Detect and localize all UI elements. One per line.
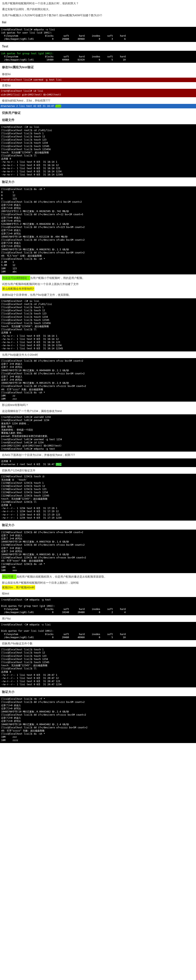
setup-1: 当用户lisi配额大小为20M可创建文件个数为6个,组test配额为40M可创建… <box>0 13 196 18</box>
heading-verify-size-3: 验证大小 <box>0 689 196 694</box>
heading-verify-group: 修改lisi属组为test验证 <box>0 65 196 70</box>
heading-create-file: 创建文件 <box>0 118 196 123</box>
terminal-lv01-ll: 总用量 0 drwxrwxrwx 2 root test 6 8月 31 16:… <box>0 458 196 467</box>
terminal-verify-size-1: [lisi@localhost lisi]$ du -sh * 0 1 0 12… <box>0 186 196 274</box>
question-2: 试想当用户配额和组配额同时在一个目录上面执行并创建了文件那么组配额会有所影响吗? <box>0 282 196 291</box>
conclusion-2: 所以可得：虽然用户配额比组配额权限大，但是用户配额的量还是从组配额里面获取。 <box>0 574 196 579</box>
heading-verify-size-2: 验证大小 <box>0 523 196 528</box>
question-4: 那么假设当用户配额和组配额同时在一个目录上面执行，这时组配额20m，用户配额40… <box>0 580 196 590</box>
terminal-perm-line: drwxrwxrwx 2 lisi test 42 8月 31 16:47 li… <box>0 104 196 108</box>
terminal-20m: [lisi@localhost lisi]$ dd if=/dev/zero o… <box>0 358 196 402</box>
label-lisi: lisi <box>0 20 196 25</box>
label-20m: 当用户lisi创建文件大小20m时 <box>0 352 196 357</box>
label-user-lisi: 用户lisi <box>0 616 196 621</box>
terminal-user-lisi-q: [root@localhost ~]# edquota -u lisi Disk… <box>0 622 196 640</box>
label-view-lisi: 查看lisi <box>0 83 196 88</box>
terminal-test-quota: isk quotas for group test (gid 1001): is… <box>0 51 196 63</box>
label-lv01: 在/lv01下面再创一个目录为1234，并修改组为test，权限777 <box>0 452 196 457</box>
terminal-example-1: [root@localhost ~]# su lisi [lisi@localh… <box>0 298 196 352</box>
label-test: Test <box>0 44 196 49</box>
terminal-lisi-size-2: [lisi@localhost lisi]$ rm -rf * [lisi@lo… <box>0 696 196 743</box>
terminal-id-lisi: [root@localhost lisi]# id lisi uid=1001(… <box>0 89 196 97</box>
terminal-1234-size: [1234@localhost 1234]$ dd if=/dev/zero o… <box>0 530 196 573</box>
heading-switch-user: 切换用户验证 <box>0 110 196 115</box>
label-chgrp: 修改lisi的组为test，主lisi，并给权限777 <box>0 98 196 103</box>
label-switch-1234: 切换用户1234进行验证文件 <box>0 468 196 473</box>
terminal-1234-create: [1234@localhost 1234]$ touch 分 无法创建 分 't… <box>0 474 196 520</box>
answer-1: 通过实验可以得到，用户的权限比组大。 <box>0 7 196 12</box>
terminal-create-files: [root@localhost ~]# su lisi [lisi@localh… <box>0 124 196 177</box>
terminal-lisi-create-2: [lisi@localhost lisi]$ touch 1 [lisi@loc… <box>0 647 196 687</box>
conclusion-1: 到这边可以得到结论：当用户配额小于组配额时，用的是用户配额。 <box>0 275 196 281</box>
terminal-group-test: [root@localhost ~]# edquota -g test Disk… <box>0 597 196 615</box>
label-switch-lisi-2: 切换用户lisi验证文件个数 <box>0 641 196 646</box>
question-3: 那么组test有影响吗？ <box>0 402 196 407</box>
label-example: 就拿lisi这个目录举例，当用户lisi创建了文件，使其限额。 <box>0 292 196 298</box>
terminal-lisi-quota: [root@localhost lisi]# edquota -u lisi i… <box>0 27 196 42</box>
terminal-user-1234: [root@localhost lv01]# useradd 1234 [roo… <box>0 414 196 452</box>
heading-verify-size-1: 验证大小 <box>0 179 196 185</box>
terminal-usermod: [root@localhost lisi]# usermod -g test l… <box>0 78 196 82</box>
label-modify-lisi: 修改lisi <box>0 72 196 76</box>
label-group-test: 组test <box>0 591 196 596</box>
question-1: 当用户配额和组配额同时在一个目录上面执行时，谁的权限大？ <box>0 1 196 6</box>
label-continue: 这边我继续创了一个用户1234，属组也修改为test <box>0 409 196 414</box>
